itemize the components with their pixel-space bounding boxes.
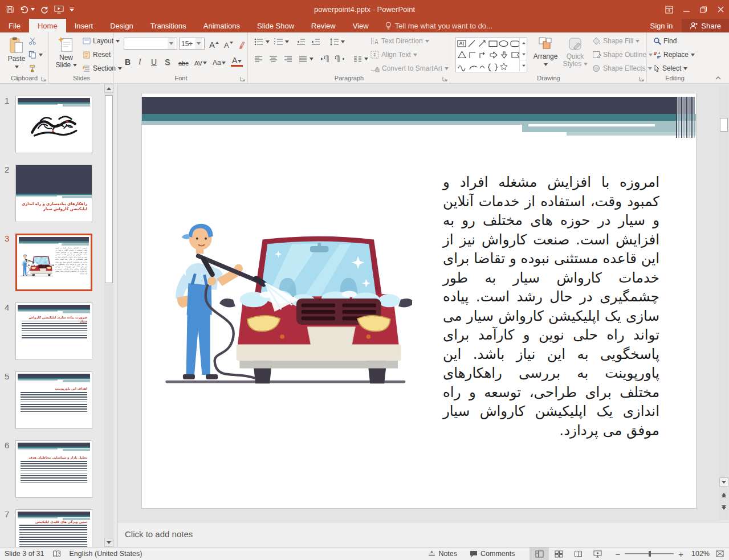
increase-indent-button[interactable] (311, 38, 320, 46)
arrange-button[interactable]: Arrange (531, 36, 560, 68)
reading-view-button[interactable] (568, 547, 588, 560)
font-name-dropdown-icon[interactable] (168, 38, 175, 49)
thumbnail-slide-1[interactable]: 1 (0, 96, 114, 153)
replace-button[interactable]: Replace (653, 51, 695, 59)
notes-placeholder[interactable]: Click to add notes (125, 529, 193, 539)
tab-design[interactable]: Design (101, 19, 141, 32)
zoom-in-button[interactable]: + (678, 549, 683, 559)
slide-sorter-view-button[interactable] (549, 547, 568, 560)
thumbnail-slide-2[interactable]: 2 راهکارهای پیاده‌سازی و راه اندازی اپلی… (0, 165, 114, 222)
shape-outline-button[interactable]: Shape Outline (592, 51, 653, 59)
tab-slide-show[interactable]: Slide Show (249, 19, 303, 32)
strikethrough-button[interactable]: abc (177, 54, 190, 67)
shrink-font-button[interactable]: A (223, 37, 234, 50)
drawing-dialog-launcher[interactable] (639, 76, 644, 81)
thumbnail-slide-6[interactable]: 6 تحلیل بازار و شناسایی مخاطبان هدف (0, 440, 114, 498)
font-size-combo[interactable]: 15+ (179, 38, 205, 50)
format-painter-button[interactable] (28, 64, 36, 72)
thumbnail-scrollbar[interactable] (104, 84, 113, 547)
thumbnail-slide-5[interactable]: 5 اهداف این پاورپوینت (0, 371, 114, 429)
current-slide-canvas[interactable]: امروزه با افزایش مشغله افراد و کمبود وقت… (141, 93, 697, 509)
paragraph-dialog-launcher[interactable] (442, 76, 447, 81)
new-slide-button[interactable]: New Slide (53, 36, 79, 69)
italic-button[interactable]: I (137, 54, 142, 67)
align-text-button[interactable]: Align Text (370, 51, 417, 59)
tell-me-box[interactable]: Tell me what you want to do... (377, 19, 500, 32)
sign-in-button[interactable]: Sign in (641, 19, 682, 32)
thumbnail-slide-4[interactable]: 4 ضرورت پیاده سازی اپلیکیشن کارواش سیار (0, 303, 114, 360)
repeat-icon[interactable] (40, 6, 48, 14)
slideshow-view-button[interactable] (588, 547, 607, 560)
minimize-icon[interactable] (678, 0, 695, 19)
comments-toggle[interactable]: Comments (470, 550, 515, 558)
quick-styles-button[interactable]: Quick Styles (561, 36, 589, 68)
start-slideshow-icon[interactable] (54, 5, 64, 14)
ltr-text-direction-button[interactable] (320, 55, 330, 63)
font-name-combo[interactable] (124, 38, 177, 50)
underline-button[interactable]: U (150, 54, 158, 67)
zoom-slider[interactable] (625, 553, 674, 554)
find-button[interactable]: Find (653, 37, 677, 45)
align-center-button[interactable] (269, 55, 278, 63)
slide-indicator[interactable]: Slide 3 of 31 (5, 550, 44, 558)
zoom-slider-thumb[interactable] (649, 551, 651, 557)
grow-font-button[interactable]: A (208, 37, 220, 50)
tab-review[interactable]: Review (303, 19, 344, 32)
shapes-scroll[interactable] (519, 37, 527, 72)
editor-scrollbar-track[interactable] (719, 87, 728, 520)
thumbnail-scroll-down-icon[interactable] (104, 538, 113, 547)
normal-view-button[interactable] (530, 547, 549, 560)
text-direction-button[interactable]: Text Direction (370, 37, 429, 45)
tab-transitions[interactable]: Transitions (142, 19, 195, 32)
shape-fill-button[interactable]: Shape Fill (592, 37, 640, 45)
tab-view[interactable]: View (344, 19, 377, 32)
clear-formatting-button[interactable] (237, 37, 247, 50)
zoom-out-button[interactable]: − (615, 549, 620, 559)
numbering-button[interactable] (274, 38, 289, 46)
language-indicator[interactable]: English (United States) (70, 550, 142, 558)
previous-slide-icon[interactable] (719, 490, 728, 500)
collapse-ribbon-icon[interactable] (715, 76, 721, 80)
paste-button[interactable]: Paste (3, 36, 30, 71)
editor-scroll-down-icon[interactable] (719, 477, 728, 487)
notes-pane[interactable]: Click to add notes (118, 522, 729, 547)
tab-file[interactable]: File (0, 19, 29, 32)
spell-check-icon[interactable] (52, 550, 62, 558)
thumbnail-scroll-up-icon[interactable] (104, 84, 113, 93)
justify-button[interactable] (299, 55, 313, 63)
align-left-button[interactable] (254, 55, 263, 63)
bullets-button[interactable] (254, 38, 270, 46)
reset-button[interactable]: Reset (83, 51, 111, 59)
slide-body-text[interactable]: امروزه با افزایش مشغله افراد و کمبود وقت… (443, 173, 659, 440)
notes-toggle[interactable]: Notes (428, 550, 457, 558)
decrease-indent-button[interactable] (296, 38, 306, 46)
copy-button[interactable] (28, 51, 43, 59)
share-button[interactable]: Share (682, 19, 729, 32)
customize-qat-icon[interactable] (70, 7, 74, 11)
shapes-gallery[interactable] (455, 37, 527, 72)
undo-icon[interactable] (20, 6, 35, 14)
fit-slide-to-window-icon[interactable] (715, 550, 724, 558)
shape-effects-button[interactable]: Shape Effects (592, 64, 652, 72)
rtl-text-direction-button[interactable] (335, 55, 345, 63)
editor-scrollbar-thumb[interactable] (720, 118, 728, 132)
tab-home[interactable]: Home (29, 19, 66, 32)
columns-button[interactable] (353, 55, 368, 63)
font-dialog-launcher[interactable] (240, 76, 245, 81)
text-shadow-button[interactable]: S (164, 54, 171, 67)
tab-insert[interactable]: Insert (66, 19, 102, 32)
cut-button[interactable] (28, 37, 36, 45)
font-size-dropdown-icon[interactable] (195, 38, 202, 49)
next-slide-icon[interactable] (719, 502, 728, 513)
line-spacing-button[interactable] (329, 38, 345, 46)
save-icon[interactable] (6, 5, 14, 14)
tab-animations[interactable]: Animations (195, 19, 249, 32)
bold-button[interactable]: B (124, 54, 132, 67)
change-case-button[interactable]: Aa (211, 54, 227, 67)
align-right-button[interactable] (284, 55, 292, 63)
restore-icon[interactable] (695, 0, 712, 19)
select-button[interactable]: Select (653, 64, 687, 72)
thumbnail-scrollbar-thumb[interactable] (105, 95, 113, 283)
character-spacing-button[interactable]: AV (193, 54, 208, 67)
car-wash-illustration[interactable] (156, 218, 412, 393)
